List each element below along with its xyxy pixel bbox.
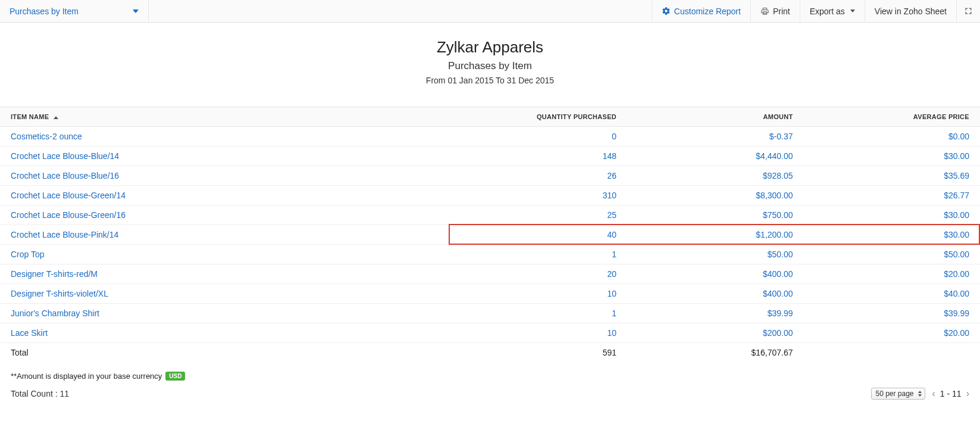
report-table-wrap: ITEM NAME QUANTITY PURCHASED AMOUNT AVER… bbox=[0, 107, 980, 362]
table-row: Crochet Lace Blouse-Blue/14148$4,440.00$… bbox=[0, 147, 980, 166]
report-date-range: From 01 Jan 2015 To 31 Dec 2015 bbox=[0, 76, 980, 85]
table-row: Junior's Chambray Shirt1$39.99$39.99 bbox=[0, 304, 980, 323]
cell-amount[interactable]: $400.00 bbox=[627, 264, 803, 284]
table-row: Crochet Lace Blouse-Blue/1626$928.05$35.… bbox=[0, 166, 980, 186]
table-row: Crochet Lace Blouse-Pink/1440$1,200.00$3… bbox=[0, 225, 980, 245]
print-label: Print bbox=[773, 7, 790, 16]
report-selector-label: Purchases by Item bbox=[10, 7, 79, 16]
cell-qty[interactable]: 0 bbox=[451, 127, 627, 147]
col-amount[interactable]: AMOUNT bbox=[627, 107, 803, 127]
report-header: Zylkar Apparels Purchases by Item From 0… bbox=[0, 23, 980, 97]
total-qty: 591 bbox=[451, 343, 627, 363]
cell-amount[interactable]: $1,200.00 bbox=[627, 225, 803, 245]
cell-item[interactable]: Cosmetics-2 ounce bbox=[0, 127, 451, 147]
pager-range: 1 - 11 bbox=[940, 389, 962, 398]
col-item-name[interactable]: ITEM NAME bbox=[0, 107, 451, 127]
view-zoho-sheet-label: View in Zoho Sheet bbox=[875, 7, 947, 16]
cell-avg[interactable]: $20.00 bbox=[804, 323, 980, 343]
cell-item[interactable]: Crop Top bbox=[0, 245, 451, 264]
cell-item[interactable]: Crochet Lace Blouse-Pink/14 bbox=[0, 225, 451, 245]
view-zoho-sheet-button[interactable]: View in Zoho Sheet bbox=[865, 0, 956, 22]
cell-qty[interactable]: 148 bbox=[451, 147, 627, 166]
cell-item[interactable]: Crochet Lace Blouse-Blue/14 bbox=[0, 147, 451, 166]
report-title: Purchases by Item bbox=[0, 60, 980, 72]
per-page-select[interactable]: 50 per page bbox=[871, 388, 925, 400]
total-amount: $16,707.67 bbox=[627, 343, 803, 363]
cell-avg[interactable]: $20.00 bbox=[804, 264, 980, 284]
footer-bar: Total Count : 11 50 per page ‹ 1 - 11 › bbox=[0, 384, 980, 410]
cell-item[interactable]: Designer T-shirts-violet/XL bbox=[0, 284, 451, 304]
cell-item[interactable]: Crochet Lace Blouse-Green/16 bbox=[0, 205, 451, 225]
customize-report-label: Customize Report bbox=[674, 7, 741, 16]
cell-amount[interactable]: $8,300.00 bbox=[627, 186, 803, 205]
report-selector[interactable]: Purchases by Item bbox=[0, 0, 149, 22]
table-row: Designer T-shirts-red/M20$400.00$20.00 bbox=[0, 264, 980, 284]
print-button[interactable]: Print bbox=[750, 0, 800, 22]
report-table: ITEM NAME QUANTITY PURCHASED AMOUNT AVER… bbox=[0, 107, 980, 362]
fullscreen-button[interactable] bbox=[956, 0, 980, 22]
gear-icon bbox=[662, 7, 671, 15]
toolbar-spacer bbox=[149, 0, 652, 22]
cell-amount[interactable]: $-0.37 bbox=[627, 127, 803, 147]
export-button[interactable]: Export as bbox=[800, 0, 865, 22]
cell-avg[interactable]: $26.77 bbox=[804, 186, 980, 205]
company-name: Zylkar Apparels bbox=[0, 38, 980, 57]
print-icon bbox=[760, 7, 769, 15]
cell-amount[interactable]: $750.00 bbox=[627, 205, 803, 225]
cell-avg[interactable]: $30.00 bbox=[804, 147, 980, 166]
table-row: Designer T-shirts-violet/XL10$400.00$40.… bbox=[0, 284, 980, 304]
pager-prev[interactable]: ‹ bbox=[932, 388, 935, 399]
cell-qty[interactable]: 26 bbox=[451, 166, 627, 186]
table-row: Crochet Lace Blouse-Green/14310$8,300.00… bbox=[0, 186, 980, 205]
total-label: Total bbox=[0, 343, 451, 363]
chevron-down-icon bbox=[133, 10, 139, 13]
table-row: Crop Top1$50.00$50.00 bbox=[0, 245, 980, 264]
cell-amount[interactable]: $928.05 bbox=[627, 166, 803, 186]
cell-avg[interactable]: $40.00 bbox=[804, 284, 980, 304]
cell-item[interactable]: Designer T-shirts-red/M bbox=[0, 264, 451, 284]
cell-qty[interactable]: 40 bbox=[451, 225, 627, 245]
table-row: Lace Skirt10$200.00$20.00 bbox=[0, 323, 980, 343]
cell-avg[interactable]: $0.00 bbox=[804, 127, 980, 147]
cell-item[interactable]: Crochet Lace Blouse-Blue/16 bbox=[0, 166, 451, 186]
cell-amount[interactable]: $4,440.00 bbox=[627, 147, 803, 166]
cell-qty[interactable]: 10 bbox=[451, 323, 627, 343]
cell-avg[interactable]: $50.00 bbox=[804, 245, 980, 264]
pager-next[interactable]: › bbox=[966, 388, 969, 399]
cell-qty[interactable]: 310 bbox=[451, 186, 627, 205]
cell-avg[interactable]: $35.69 bbox=[804, 166, 980, 186]
table-header-row: ITEM NAME QUANTITY PURCHASED AMOUNT AVER… bbox=[0, 107, 980, 127]
col-avg[interactable]: AVERAGE PRICE bbox=[804, 107, 980, 127]
cell-qty[interactable]: 1 bbox=[451, 245, 627, 264]
col-qty[interactable]: QUANTITY PURCHASED bbox=[451, 107, 627, 127]
export-label: Export as bbox=[810, 7, 845, 16]
cell-qty[interactable]: 10 bbox=[451, 284, 627, 304]
sort-asc-icon bbox=[54, 116, 58, 119]
chevron-down-icon bbox=[850, 10, 855, 13]
table-row: Cosmetics-2 ounce0$-0.37$0.00 bbox=[0, 127, 980, 147]
cell-avg[interactable]: $39.99 bbox=[804, 304, 980, 323]
cell-amount[interactable]: $400.00 bbox=[627, 284, 803, 304]
cell-qty[interactable]: 25 bbox=[451, 205, 627, 225]
total-count: Total Count : 11 bbox=[11, 389, 69, 398]
currency-note: **Amount is displayed in your base curre… bbox=[0, 362, 980, 384]
expand-icon bbox=[964, 7, 973, 15]
currency-note-text: **Amount is displayed in your base curre… bbox=[11, 372, 162, 381]
cell-item[interactable]: Crochet Lace Blouse-Green/14 bbox=[0, 186, 451, 205]
cell-avg[interactable]: $30.00 bbox=[804, 205, 980, 225]
table-total-row: Total591$16,707.67 bbox=[0, 343, 980, 363]
currency-badge: USD bbox=[165, 372, 185, 381]
cell-item[interactable]: Junior's Chambray Shirt bbox=[0, 304, 451, 323]
customize-report-button[interactable]: Customize Report bbox=[652, 0, 750, 22]
cell-item[interactable]: Lace Skirt bbox=[0, 323, 451, 343]
table-row: Crochet Lace Blouse-Green/1625$750.00$30… bbox=[0, 205, 980, 225]
cell-qty[interactable]: 1 bbox=[451, 304, 627, 323]
cell-qty[interactable]: 20 bbox=[451, 264, 627, 284]
pager: ‹ 1 - 11 › bbox=[932, 388, 969, 399]
cell-amount[interactable]: $50.00 bbox=[627, 245, 803, 264]
cell-amount[interactable]: $200.00 bbox=[627, 323, 803, 343]
total-avg bbox=[804, 343, 980, 363]
cell-avg[interactable]: $30.00 bbox=[804, 225, 980, 245]
cell-amount[interactable]: $39.99 bbox=[627, 304, 803, 323]
toolbar: Purchases by Item Customize Report Print… bbox=[0, 0, 980, 23]
